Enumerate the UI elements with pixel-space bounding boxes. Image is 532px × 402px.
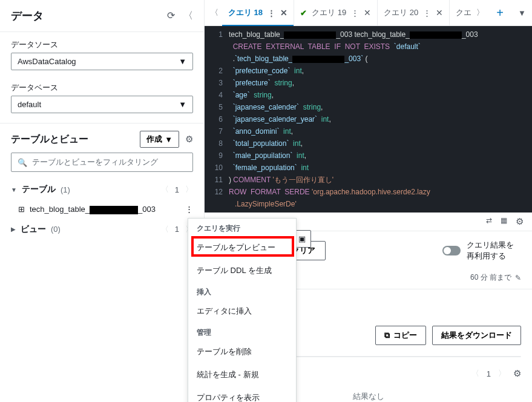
menu-generate-stats[interactable]: 統計を生成 - 新規	[188, 363, 296, 386]
download-button[interactable]: 結果をダウンロード	[432, 326, 521, 345]
collapse-icon[interactable]: 〈	[183, 10, 193, 22]
tab-query-18[interactable]: クエリ 18 ⋮ ✕	[222, 0, 294, 25]
tab-query-21[interactable]: クエ	[450, 0, 473, 25]
caret-down-icon: ▼	[179, 100, 186, 109]
kebab-icon[interactable]: ⋮	[423, 8, 431, 18]
gear-icon[interactable]: ⚙	[516, 216, 524, 227]
scroll-left-icon[interactable]: 〈	[207, 7, 222, 18]
reuse-label: クエリ結果を再利用する	[467, 240, 521, 262]
tab-query-19[interactable]: ✔ クエリ 19 ⋮ ✕	[294, 0, 378, 25]
tables-count: (1)	[61, 185, 70, 194]
context-menu: クエリを実行 テーブルをプレビュー テーブル DDL を生成 挿入 エディタに挿…	[188, 218, 297, 402]
kebab-icon[interactable]: ⋮	[268, 8, 275, 18]
database-value: default	[18, 100, 41, 109]
tab-query-20[interactable]: クエリ 20 ⋮ ✕	[378, 0, 450, 25]
page-number: 1	[487, 369, 491, 378]
format-icon[interactable]: ⇄	[486, 216, 492, 227]
add-tab-button[interactable]: +	[488, 6, 512, 20]
prev-page-icon: 〈	[161, 224, 169, 235]
menu-insert-editor[interactable]: エディタに挿入	[188, 300, 296, 323]
code-editor[interactable]: 1tech_blog_table__003 tech_blog_table__0…	[205, 26, 532, 213]
views-label: ビュー	[21, 224, 46, 235]
table-name: tech_blog_table__003	[30, 205, 156, 214]
sidebar-title: データ	[11, 8, 44, 23]
gear-icon[interactable]: ⚙	[185, 134, 193, 145]
menu-show-properties[interactable]: プロパティを表示	[188, 386, 296, 402]
menu-section-run: クエリを実行	[188, 219, 296, 236]
kebab-icon[interactable]: ⋮	[351, 8, 359, 18]
close-icon[interactable]: ✕	[364, 8, 371, 18]
scroll-right-icon[interactable]: 〉	[473, 7, 488, 18]
prev-page-icon[interactable]: 〈	[471, 368, 479, 379]
table-row[interactable]: ⊞ tech_blog_table__003 ⋮	[0, 200, 204, 219]
filter-input[interactable]: 🔍 テーブルとビューをフィルタリング	[11, 153, 193, 172]
close-icon[interactable]: ✕	[436, 8, 443, 18]
menu-generate-ddl[interactable]: テーブル DDL を生成	[188, 259, 296, 282]
search-icon: 🔍	[18, 158, 27, 167]
next-page-icon: 〉	[185, 184, 193, 195]
menu-preview-table[interactable]: テーブルをプレビュー	[188, 236, 296, 259]
views-count: (0)	[51, 225, 61, 234]
tables-label: テーブル	[22, 184, 56, 195]
caret-down-icon: ▼	[179, 57, 186, 66]
edit-icon[interactable]: ✎	[515, 274, 521, 282]
datasource-label: データソース	[11, 39, 193, 50]
sidebar: データ ⟳ 〈 データソース AwsDataCatalog ▼ データベース d…	[0, 0, 205, 402]
close-icon[interactable]: ✕	[280, 8, 287, 18]
database-select[interactable]: default ▼	[11, 96, 193, 113]
datasource-select[interactable]: AwsDataCatalog ▼	[11, 53, 193, 70]
tab-menu-icon[interactable]: ▼	[512, 8, 532, 18]
kebab-icon[interactable]: ⋮	[185, 205, 193, 214]
menu-section-manage: 管理	[188, 323, 296, 340]
copy-icon: ⧉	[384, 331, 390, 340]
prev-page-icon: 〈	[161, 184, 169, 195]
caret-right-icon[interactable]: ▶	[11, 226, 16, 232]
refresh-icon[interactable]: ⟳	[167, 10, 175, 22]
menu-delete-table[interactable]: テーブルを削除	[188, 340, 296, 363]
tabs-bar: 〈 クエリ 18 ⋮ ✕ ✔ クエリ 19 ⋮ ✕ クエリ 20 ⋮ ✕ クエ …	[205, 0, 532, 26]
page-number: 1	[175, 225, 179, 234]
time-limit: 60 分 前まで	[470, 272, 511, 283]
create-button[interactable]: 作成 ▼	[140, 131, 179, 148]
datasource-value: AwsDataCatalog	[18, 57, 76, 66]
copy-button[interactable]: ⧉ コピー	[375, 326, 426, 345]
filter-placeholder: テーブルとビューをフィルタリング	[32, 157, 158, 168]
page-number: 1	[175, 185, 179, 194]
gear-icon[interactable]: ⚙	[513, 368, 521, 379]
caret-down-icon: ▼	[165, 135, 172, 144]
caret-down-icon[interactable]: ▼	[11, 186, 17, 193]
tables-views-title: テーブルとビュー	[11, 133, 88, 146]
expand-icon[interactable]: ⊞	[18, 205, 25, 214]
reuse-toggle[interactable]	[442, 246, 461, 255]
database-label: データベース	[11, 82, 193, 93]
layout-icon[interactable]: ▦	[501, 216, 507, 227]
success-icon: ✔	[300, 8, 307, 18]
next-page-icon[interactable]: 〉	[498, 368, 506, 379]
menu-section-insert: 挿入	[188, 282, 296, 300]
